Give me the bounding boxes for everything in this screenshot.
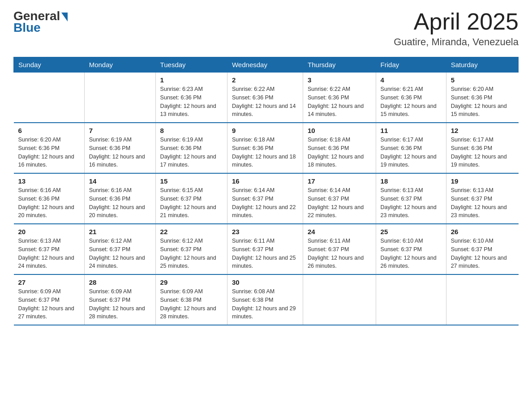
- day-number: 27: [18, 278, 80, 286]
- day-info: Sunrise: 6:16 AMSunset: 6:36 PMDaylight:…: [89, 186, 151, 220]
- calendar-cell: 3Sunrise: 6:22 AMSunset: 6:36 PMDaylight…: [303, 73, 376, 123]
- calendar-cell: [84, 73, 155, 123]
- logo: General Blue: [13, 9, 68, 35]
- calendar-cell: 23Sunrise: 6:11 AMSunset: 6:37 PMDayligh…: [227, 224, 303, 274]
- calendar-cell: 12Sunrise: 6:17 AMSunset: 6:36 PMDayligh…: [446, 123, 518, 173]
- day-number: 12: [451, 127, 514, 134]
- logo-arrow-icon: [61, 13, 68, 21]
- day-number: 13: [18, 177, 80, 185]
- day-info: Sunrise: 6:22 AMSunset: 6:36 PMDaylight:…: [308, 85, 371, 119]
- day-number: 25: [381, 228, 442, 235]
- calendar-cell: 21Sunrise: 6:12 AMSunset: 6:37 PMDayligh…: [84, 224, 155, 274]
- day-number: 29: [160, 278, 223, 286]
- day-number: 20: [18, 228, 80, 235]
- calendar-week-row: 13Sunrise: 6:16 AMSunset: 6:36 PMDayligh…: [14, 173, 519, 224]
- day-number: 4: [381, 76, 442, 84]
- calendar-cell: 14Sunrise: 6:16 AMSunset: 6:36 PMDayligh…: [84, 173, 155, 224]
- calendar-cell: 30Sunrise: 6:08 AMSunset: 6:38 PMDayligh…: [227, 274, 303, 325]
- day-info: Sunrise: 6:10 AMSunset: 6:37 PMDaylight:…: [451, 237, 514, 270]
- day-number: 26: [451, 228, 514, 235]
- calendar-cell: 8Sunrise: 6:19 AMSunset: 6:36 PMDaylight…: [155, 123, 227, 173]
- calendar-cell: 7Sunrise: 6:19 AMSunset: 6:36 PMDaylight…: [84, 123, 155, 173]
- calendar-cell: 4Sunrise: 6:21 AMSunset: 6:36 PMDaylight…: [376, 73, 446, 123]
- day-info: Sunrise: 6:20 AMSunset: 6:36 PMDaylight:…: [18, 136, 80, 169]
- day-info: Sunrise: 6:22 AMSunset: 6:36 PMDaylight:…: [232, 85, 298, 119]
- day-number: 10: [308, 127, 371, 134]
- day-info: Sunrise: 6:10 AMSunset: 6:37 PMDaylight:…: [381, 237, 442, 270]
- day-info: Sunrise: 6:09 AMSunset: 6:37 PMDaylight:…: [89, 287, 151, 321]
- day-number: 7: [89, 127, 151, 134]
- calendar-cell: 28Sunrise: 6:09 AMSunset: 6:37 PMDayligh…: [84, 274, 155, 325]
- day-info: Sunrise: 6:19 AMSunset: 6:36 PMDaylight:…: [89, 136, 151, 169]
- day-number: 22: [160, 228, 223, 235]
- calendar-cell: 18Sunrise: 6:13 AMSunset: 6:37 PMDayligh…: [376, 173, 446, 224]
- day-info: Sunrise: 6:13 AMSunset: 6:37 PMDaylight:…: [381, 186, 442, 220]
- calendar-week-row: 27Sunrise: 6:09 AMSunset: 6:37 PMDayligh…: [14, 274, 519, 325]
- day-number: 16: [232, 177, 298, 185]
- day-info: Sunrise: 6:13 AMSunset: 6:37 PMDaylight:…: [18, 237, 80, 270]
- day-number: 17: [308, 177, 371, 185]
- calendar-cell: 13Sunrise: 6:16 AMSunset: 6:36 PMDayligh…: [14, 173, 85, 224]
- calendar-cell: [303, 274, 376, 325]
- calendar-cell: 24Sunrise: 6:11 AMSunset: 6:37 PMDayligh…: [303, 224, 376, 274]
- header-wednesday: Wednesday: [227, 57, 303, 73]
- calendar-cell: 1Sunrise: 6:23 AMSunset: 6:36 PMDaylight…: [155, 73, 227, 123]
- day-info: Sunrise: 6:23 AMSunset: 6:36 PMDaylight:…: [160, 85, 223, 119]
- calendar-cell: 5Sunrise: 6:20 AMSunset: 6:36 PMDaylight…: [446, 73, 518, 123]
- calendar-cell: 17Sunrise: 6:14 AMSunset: 6:37 PMDayligh…: [303, 173, 376, 224]
- day-number: 28: [89, 278, 151, 286]
- calendar-cell: 6Sunrise: 6:20 AMSunset: 6:36 PMDaylight…: [14, 123, 85, 173]
- calendar-table: SundayMondayTuesdayWednesdayThursdayFrid…: [13, 57, 519, 325]
- calendar-cell: 25Sunrise: 6:10 AMSunset: 6:37 PMDayligh…: [376, 224, 446, 274]
- day-info: Sunrise: 6:11 AMSunset: 6:37 PMDaylight:…: [308, 237, 371, 270]
- day-number: 3: [308, 76, 371, 84]
- calendar-cell: 15Sunrise: 6:15 AMSunset: 6:37 PMDayligh…: [155, 173, 227, 224]
- day-info: Sunrise: 6:09 AMSunset: 6:38 PMDaylight:…: [160, 287, 223, 321]
- day-info: Sunrise: 6:14 AMSunset: 6:37 PMDaylight:…: [232, 186, 298, 220]
- calendar-cell: [376, 274, 446, 325]
- page-header: General Blue April 2025 Guatire, Miranda…: [13, 9, 519, 48]
- day-info: Sunrise: 6:11 AMSunset: 6:37 PMDaylight:…: [232, 237, 298, 270]
- day-number: 19: [451, 177, 514, 185]
- calendar-cell: 2Sunrise: 6:22 AMSunset: 6:36 PMDaylight…: [227, 73, 303, 123]
- calendar-cell: 26Sunrise: 6:10 AMSunset: 6:37 PMDayligh…: [446, 224, 518, 274]
- header-sunday: Sunday: [14, 57, 85, 73]
- calendar-cell: [446, 274, 518, 325]
- calendar-header-row: SundayMondayTuesdayWednesdayThursdayFrid…: [14, 57, 519, 73]
- day-info: Sunrise: 6:18 AMSunset: 6:36 PMDaylight:…: [308, 136, 371, 169]
- header-saturday: Saturday: [446, 57, 518, 73]
- day-info: Sunrise: 6:13 AMSunset: 6:37 PMDaylight:…: [451, 186, 514, 220]
- day-number: 18: [381, 177, 442, 185]
- header-thursday: Thursday: [303, 57, 376, 73]
- day-info: Sunrise: 6:17 AMSunset: 6:36 PMDaylight:…: [381, 136, 442, 169]
- header-friday: Friday: [376, 57, 446, 73]
- title-area: April 2025 Guatire, Miranda, Venezuela: [394, 9, 519, 48]
- day-info: Sunrise: 6:20 AMSunset: 6:36 PMDaylight:…: [451, 85, 514, 119]
- calendar-week-row: 6Sunrise: 6:20 AMSunset: 6:36 PMDaylight…: [14, 123, 519, 173]
- calendar-week-row: 20Sunrise: 6:13 AMSunset: 6:37 PMDayligh…: [14, 224, 519, 274]
- day-number: 6: [18, 127, 80, 134]
- day-number: 14: [89, 177, 151, 185]
- day-info: Sunrise: 6:19 AMSunset: 6:36 PMDaylight:…: [160, 136, 223, 169]
- day-info: Sunrise: 6:17 AMSunset: 6:36 PMDaylight:…: [451, 136, 514, 169]
- calendar-cell: 10Sunrise: 6:18 AMSunset: 6:36 PMDayligh…: [303, 123, 376, 173]
- day-number: 1: [160, 76, 223, 84]
- calendar-cell: 20Sunrise: 6:13 AMSunset: 6:37 PMDayligh…: [14, 224, 85, 274]
- header-tuesday: Tuesday: [155, 57, 227, 73]
- calendar-cell: 19Sunrise: 6:13 AMSunset: 6:37 PMDayligh…: [446, 173, 518, 224]
- day-number: 21: [89, 228, 151, 235]
- day-number: 15: [160, 177, 223, 185]
- day-number: 23: [232, 228, 298, 235]
- calendar-cell: 29Sunrise: 6:09 AMSunset: 6:38 PMDayligh…: [155, 274, 227, 325]
- calendar-cell: 9Sunrise: 6:18 AMSunset: 6:36 PMDaylight…: [227, 123, 303, 173]
- day-info: Sunrise: 6:21 AMSunset: 6:36 PMDaylight:…: [381, 85, 442, 119]
- calendar-cell: 16Sunrise: 6:14 AMSunset: 6:37 PMDayligh…: [227, 173, 303, 224]
- day-number: 9: [232, 127, 298, 134]
- day-info: Sunrise: 6:12 AMSunset: 6:37 PMDaylight:…: [160, 237, 223, 270]
- day-number: 5: [451, 76, 514, 84]
- day-info: Sunrise: 6:16 AMSunset: 6:36 PMDaylight:…: [18, 186, 80, 220]
- calendar-cell: 22Sunrise: 6:12 AMSunset: 6:37 PMDayligh…: [155, 224, 227, 274]
- day-info: Sunrise: 6:15 AMSunset: 6:37 PMDaylight:…: [160, 186, 223, 220]
- month-title: April 2025: [394, 9, 519, 34]
- calendar-cell: [14, 73, 85, 123]
